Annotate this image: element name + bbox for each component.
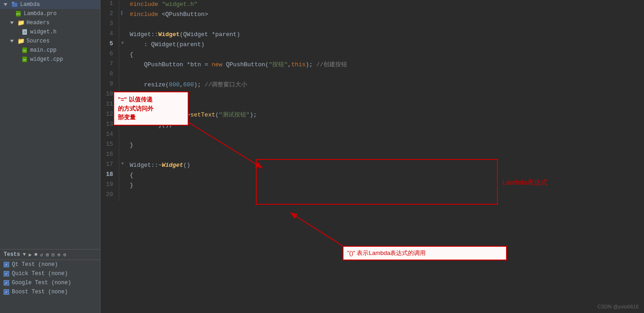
code-line-9: resize(800,600); //调整窗口大小 <box>126 80 644 90</box>
code-line-14 <box>126 131 644 141</box>
line-num-16: 16 <box>100 151 119 161</box>
line-gutter-6 <box>119 50 126 60</box>
line-num-20: 20 <box>100 191 119 201</box>
pro-file-icon: pro <box>15 10 22 17</box>
svg-marker-8 <box>10 40 14 42</box>
line-gutter-3 <box>119 20 126 30</box>
line-gutter-18 <box>119 171 126 181</box>
line-gutter-17: ▼ <box>119 161 126 171</box>
line-gutter-14 <box>119 131 126 141</box>
code-line-8 <box>126 70 644 80</box>
line-num-18: 18 <box>100 171 119 181</box>
checkbox-qt[interactable]: ✓ <box>4 262 9 267</box>
line-gutter-9 <box>119 80 126 90</box>
collapse-icon[interactable]: ⊟ <box>52 252 55 258</box>
code-line-13: }(); <box>126 121 644 131</box>
line-num-7: 7 <box>100 60 119 70</box>
sidebar-item-lambda-pro[interactable]: pro Lambda.pro <box>0 9 100 18</box>
table-row: 5 ▼ : QWidget(parent) <box>100 40 644 50</box>
filter-icon[interactable]: ▼ <box>23 252 26 257</box>
code-line-18: { <box>126 171 644 181</box>
sources-folder-icon: 📁 <box>17 37 25 45</box>
table-row: 3 <box>100 20 644 30</box>
tests-header: Tests ▼ ▶ ■ ↺ ⊞ ⊟ ⊕ ⚙ <box>0 249 100 260</box>
svg-text:cpp: cpp <box>22 49 26 52</box>
table-row: 20 <box>100 191 644 201</box>
table-row: 14 <box>100 131 644 141</box>
run-icon[interactable]: ▶ <box>29 252 32 258</box>
svg-text:pro: pro <box>16 12 21 16</box>
code-line-5: : QWidget(parent) <box>126 40 644 50</box>
table-row: 4 Widget::Widget(QWidget *parent) <box>100 30 644 40</box>
checkbox-boost[interactable]: ✓ <box>4 289 9 295</box>
sidebar-label-headers: Headers <box>26 20 49 26</box>
line-num-8: 8 <box>100 70 119 80</box>
sidebar-item-sources[interactable]: 📁 Sources <box>0 37 100 46</box>
code-line-20 <box>126 191 644 201</box>
test-item-boost[interactable]: ✓ Boost Test (none) <box>0 287 100 297</box>
code-line-3 <box>126 20 644 30</box>
chevron-down-icon <box>2 1 9 8</box>
checkbox-google[interactable]: ✓ <box>4 280 9 286</box>
line-gutter-16 <box>119 151 126 161</box>
test-label-google: Google Test (none) <box>12 280 71 286</box>
annotation-parens-text: "()" 表示Lambda表达式的调用 <box>347 249 426 256</box>
test-item-quick[interactable]: ✓ Quick Test (none) <box>0 269 100 278</box>
table-row: 1 #include "widget.h" <box>100 0 644 10</box>
svg-rect-1 <box>12 3 17 7</box>
stop-icon[interactable]: ■ <box>34 252 37 257</box>
sidebar-label-main-cpp: main.cpp <box>30 47 57 53</box>
code-line-1: #include "widget.h" <box>126 0 644 10</box>
sidebar-item-lambda[interactable]: Lambda <box>0 0 100 9</box>
svg-text:.h: .h <box>23 31 26 33</box>
annotation-box-equals: "=" 以值传递的方式访问外部变量 <box>113 91 189 126</box>
table-row: 18 { <box>100 171 644 181</box>
code-line-7: QPushButton *btn = new QPushButton("按钮",… <box>126 60 644 70</box>
checkbox-quick[interactable]: ✓ <box>4 271 9 276</box>
code-line-4: Widget::Widget(QWidget *parent) <box>126 30 644 40</box>
svg-rect-2 <box>12 2 14 3</box>
annotation-box-parens: "()" 表示Lambda表达式的调用 <box>343 246 507 260</box>
sidebar-item-headers[interactable]: 📁 Headers <box>0 18 100 27</box>
table-row: 8 <box>100 70 644 80</box>
line-gutter-15 <box>119 141 126 151</box>
tests-panel: Tests ▼ ▶ ■ ↺ ⊞ ⊟ ⊕ ⚙ ✓ Qt Test (none) ✓… <box>0 249 100 313</box>
table-row: 6 { <box>100 50 644 60</box>
line-gutter-1 <box>119 0 126 10</box>
annotation-equals-text: "=" 以值传递的方式访问外部变量 <box>118 96 153 121</box>
sidebar-item-widget-cpp[interactable]: cpp widget.cpp <box>0 55 100 64</box>
test-label-boost: Boost Test (none) <box>12 289 68 295</box>
project-icon <box>11 1 18 8</box>
table-row: 16 <box>100 151 644 161</box>
main-area: Lambda pro Lambda.pro 📁 Headers <box>0 0 644 313</box>
sidebar-item-widget-h[interactable]: .h widget.h <box>0 27 100 37</box>
line-num-17: 17 <box>100 161 119 171</box>
svg-line-15 <box>290 212 343 246</box>
watermark: CSDN @yolo0616 <box>597 304 639 309</box>
code-line-12: btn->setText("测试按钮"); <box>126 111 644 121</box>
line-num-2: 2 <box>100 10 119 20</box>
svg-marker-5 <box>10 21 14 24</box>
line-num-15: 15 <box>100 141 119 151</box>
svg-marker-0 <box>4 3 7 6</box>
add-icon[interactable]: ⊕ <box>58 252 61 258</box>
line-num-1: 1 <box>100 0 119 10</box>
reset-icon[interactable]: ↺ <box>40 252 43 258</box>
sidebar-item-main-cpp[interactable]: cpp main.cpp <box>0 46 100 55</box>
table-row: 7 QPushButton *btn = new QPushButton("按钮… <box>100 60 644 70</box>
test-item-google[interactable]: ✓ Google Test (none) <box>0 278 100 287</box>
line-num-5: 5 <box>100 40 119 50</box>
line-gutter-8 <box>119 70 126 80</box>
tests-title: Tests <box>4 251 20 258</box>
line-gutter-4 <box>119 30 126 40</box>
svg-text:cpp: cpp <box>22 58 26 61</box>
h-file-icon: .h <box>21 28 28 36</box>
line-num-19: 19 <box>100 181 119 191</box>
expand-icon[interactable]: ⊞ <box>46 252 49 258</box>
code-editor[interactable]: 1 #include "widget.h" 2 ▍ #include <QPus… <box>100 0 644 313</box>
table-row: 17 ▼ Widget::~Widget() <box>100 161 644 171</box>
settings-icon[interactable]: ⚙ <box>63 252 66 258</box>
test-item-qt[interactable]: ✓ Qt Test (none) <box>0 260 100 269</box>
code-line-2: #include <QPushButton> <box>126 10 644 20</box>
sidebar-label-widget-cpp: widget.cpp <box>30 56 63 63</box>
